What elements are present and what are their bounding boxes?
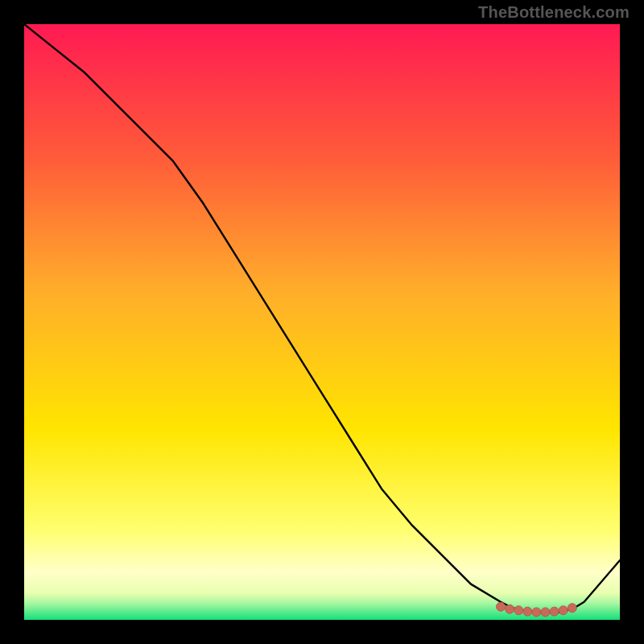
optimal-marker xyxy=(497,602,506,611)
optimal-marker xyxy=(523,607,532,616)
watermark-text: TheBottleneck.com xyxy=(478,3,630,22)
chart-svg xyxy=(24,24,620,620)
optimal-marker xyxy=(514,606,523,615)
optimal-marker xyxy=(568,604,576,613)
gradient-background xyxy=(24,24,620,620)
optimal-marker xyxy=(532,608,541,617)
optimal-marker xyxy=(506,605,514,613)
optimal-marker xyxy=(559,606,568,615)
plot-area xyxy=(24,24,620,620)
optimal-marker xyxy=(541,608,550,617)
chart-frame: TheBottleneck.com xyxy=(0,0,644,644)
optimal-marker xyxy=(550,607,559,616)
